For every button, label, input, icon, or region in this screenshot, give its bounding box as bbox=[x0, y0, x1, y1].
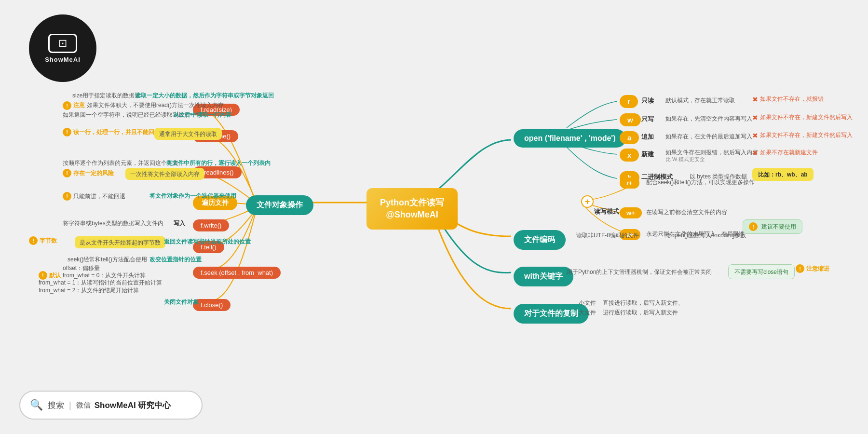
fseek-from0: from_what = 0：从文件开头计算 bbox=[63, 271, 146, 280]
freadline-note: 读一行，处理一行，并且不能回头 bbox=[73, 128, 160, 136]
encoding-node: 文件编码 bbox=[514, 230, 566, 250]
encoding-desc2: 给open()函数传入encoding参数 bbox=[665, 231, 746, 240]
search-divider: | bbox=[69, 400, 71, 410]
mode-a-error: 如果文件不存在，新建文件然后写入 bbox=[760, 131, 853, 139]
ftell-desc: 是从文件开头开始算起的字节数 bbox=[80, 239, 161, 246]
mode-rplus-node: r+ bbox=[620, 177, 639, 189]
search-brand: ShowMeAI 研究中心 bbox=[95, 400, 171, 411]
mode-a-label: 追加 bbox=[641, 133, 654, 141]
fseek-seek-desc: seek()经常和tell()方法配合使用 bbox=[68, 256, 147, 264]
fwrite-node: f.write() bbox=[193, 219, 229, 231]
with-desc: 用于Python的上下文管理器机制，保证文件会被正常关闭 bbox=[567, 268, 712, 276]
search-bar[interactable]: 🔍 搜索 | 微信 ShowMeAI 研究中心 bbox=[19, 391, 203, 420]
search-platform: 微信 bbox=[76, 401, 91, 410]
fread-action: 读取一定大小的数据，然后作为字符串或字节对象返回 bbox=[135, 92, 274, 100]
logo-icon: ⊡ bbox=[48, 34, 77, 53]
copy-large-desc: 进行逐行读取，后写入新文件 bbox=[603, 309, 678, 317]
fseek-default: 默认 bbox=[49, 271, 61, 280]
mode-x-node: x bbox=[620, 149, 639, 162]
logo-container: ⊡ ShowMeAI bbox=[29, 14, 96, 82]
plus-rw-circle: + bbox=[581, 195, 594, 208]
fseek-node: f.seek (offset , from_what) bbox=[193, 267, 281, 279]
fread-context: 从文件中读取一行内容 bbox=[174, 111, 231, 119]
mode-rplus-desc: 配合seek()和tell()方法，可以实现更多操作 bbox=[646, 178, 755, 187]
freadline-use: 通常用于大文件的读取 bbox=[159, 131, 217, 137]
mode-a-desc: 如果存在，在文件的最后追加写入 bbox=[665, 133, 752, 141]
fseek-from2: from_what = 2：从文件的结尾开始计算 bbox=[39, 286, 139, 295]
fseek-action: 改变位置指针的位置 bbox=[149, 256, 202, 264]
mode-x-note: 比 W 模式更安全 bbox=[665, 156, 705, 163]
fread-note-label: 注意 bbox=[73, 101, 85, 109]
center-node: Python文件读写 @ShowMeAI bbox=[366, 188, 458, 230]
mode-x-error: 如果不存在就新建文件 bbox=[760, 149, 818, 157]
mode-r-desc: 默认模式，存在就正常读取 bbox=[665, 96, 735, 105]
mode-wplus-node: w+ bbox=[620, 207, 642, 218]
fseek-from1: from_what = 1：从读写指针的当前位置开始计算 bbox=[39, 279, 162, 287]
fread-note: 如果文件体积大，不要使用read()方法一次性读入内存 bbox=[87, 101, 224, 109]
copy-large: 大文件 bbox=[579, 309, 596, 317]
mode-w-error: 如果文件不存在，新建文件然后写入 bbox=[760, 113, 853, 122]
fwrite-label: 写入 bbox=[174, 219, 185, 228]
copy-small: 小文件 bbox=[579, 299, 596, 307]
with-indent-note: 注意缩进 bbox=[806, 265, 829, 273]
with-node: with关键字 bbox=[514, 267, 573, 286]
freadlines-risk: 存在一定的风险 bbox=[73, 169, 114, 177]
mode-w-label: 只写 bbox=[641, 115, 654, 123]
mode-w-desc: 如果存在，先清空文件内容再写入 bbox=[665, 115, 752, 123]
ftell-bytes-label: 字节数 bbox=[40, 237, 57, 245]
mode-r-label: 只读 bbox=[641, 96, 654, 105]
freadlines-action: 将文件中所有的行，逐行读入一个列表内 bbox=[166, 159, 271, 167]
copy-node: 对于文件的复制 bbox=[514, 304, 589, 324]
mode-w-node: w bbox=[620, 113, 641, 126]
with-no-close: 不需要再写close语句 bbox=[734, 269, 788, 275]
iter-action: 将文件对象作为一个迭代器来使用 bbox=[149, 192, 236, 200]
mode-wplus-desc: 在读写之前都会清空文件的内容 bbox=[646, 208, 727, 217]
freadlines-desc: 按顺序逐个作为列表的元素，并返回这个列表 bbox=[63, 159, 178, 167]
iter-note: 只能前进，不能回退 bbox=[73, 192, 125, 201]
mode-x-label: 新建 bbox=[641, 150, 654, 159]
logo-text: ShowMeAI bbox=[45, 56, 81, 63]
ftell-action: 返回文件读写指针当前所处的位置 bbox=[164, 238, 251, 246]
copy-small-desc: 直接进行读取，后写入新文件、 bbox=[603, 299, 684, 307]
mode-b-example: 比如：rb、wb、ab bbox=[758, 171, 808, 178]
mode-r-node: r bbox=[620, 95, 638, 108]
fread-main-desc: size用于指定读取的数据量 bbox=[72, 92, 140, 100]
encoding-desc1: 读取非UTF-8编码的文件 bbox=[576, 231, 639, 240]
open-node: open ('filename' , 'mode') bbox=[514, 129, 626, 148]
fwrite-desc: 将字符串或bytes类型的数据写入文件内 bbox=[63, 219, 163, 228]
search-icon: 🔍 bbox=[30, 399, 43, 411]
fclose-desc: 关闭文件对象 bbox=[164, 298, 199, 306]
file-ops-node: 文件对象操作 bbox=[246, 195, 313, 215]
no-use-note: 建议不要使用 bbox=[761, 223, 796, 231]
search-text1: 搜索 bbox=[48, 400, 64, 411]
mode-a-node: a bbox=[620, 131, 639, 144]
rw-mode-label: 读写模式 bbox=[594, 207, 619, 216]
freadlines-risk-desc: 一次性将文件全部读入内存 bbox=[130, 171, 200, 177]
mode-r-error: 如果文件不存在，就报错 bbox=[760, 95, 824, 103]
